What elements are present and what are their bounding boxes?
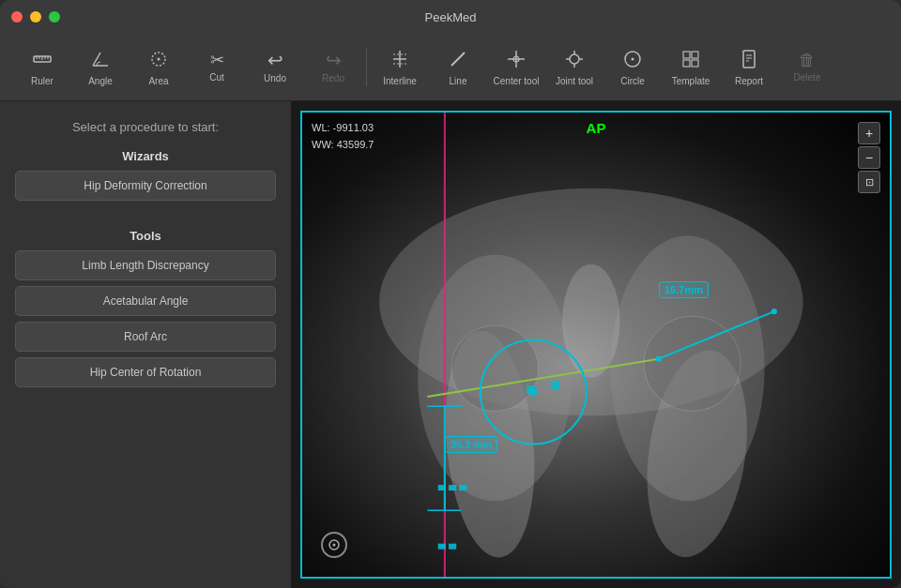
xray-overlay-svg	[302, 113, 890, 577]
xray-viewport[interactable]: WL: -9911.03 WW: 43599.7 AP + − ⊡	[300, 111, 892, 579]
svg-point-59	[333, 544, 336, 547]
tool-area[interactable]: Area	[131, 39, 186, 96]
svg-point-45	[656, 356, 662, 362]
tool-ruler[interactable]: Ruler	[15, 39, 69, 96]
rotation-icon[interactable]	[321, 532, 347, 558]
circle-icon	[622, 49, 643, 72]
ap-label: AP	[587, 120, 606, 136]
redo-label: Redo	[322, 73, 344, 83]
zoom-fit-button[interactable]: ⊡	[858, 171, 880, 193]
svg-rect-56	[438, 544, 446, 550]
zoom-in-button[interactable]: +	[858, 122, 880, 144]
svg-rect-28	[692, 60, 698, 67]
joint-tool-label: Joint tool	[556, 76, 593, 86]
tool-angle[interactable]: Angle	[73, 39, 128, 96]
tool-report[interactable]: Report	[722, 39, 776, 96]
tool-template[interactable]: Template	[664, 39, 718, 96]
area-label: Area	[148, 76, 168, 86]
tool-center[interactable]: Center tool	[489, 39, 543, 96]
svg-point-9	[158, 57, 160, 60]
app-title: PeekMed	[425, 10, 477, 24]
maximize-button[interactable]	[49, 11, 60, 23]
tool-undo[interactable]: ↩ Undo	[248, 39, 302, 96]
acetabular-angle-button[interactable]: Acetabular Angle	[15, 286, 276, 316]
tool-joint[interactable]: Joint tool	[547, 39, 602, 96]
svg-point-38	[451, 325, 538, 411]
left-panel: Select a procedure to start: Wizards Hip…	[0, 101, 291, 588]
ruler-label: Ruler	[31, 76, 53, 86]
svg-rect-29	[743, 51, 755, 68]
svg-rect-48	[527, 385, 535, 394]
xray-image: 16.7mm 35.3 mm	[302, 113, 890, 577]
wizards-section: Wizards Hip Deformity Correction	[15, 149, 276, 206]
delete-icon: 🗑	[799, 52, 816, 68]
template-label: Template	[672, 76, 710, 86]
joint-tool-icon	[564, 49, 585, 72]
svg-line-14	[451, 53, 465, 66]
procedure-label: Select a procedure to start:	[15, 120, 276, 134]
report-label: Report	[735, 76, 763, 86]
tool-cut[interactable]: ✂ Cut	[190, 39, 244, 96]
tool-circle[interactable]: Circle	[605, 39, 660, 96]
limb-length-button[interactable]: Limb Length Discrepancy	[15, 250, 276, 280]
template-icon	[680, 49, 701, 72]
tools-section: Tools Limb Length Discrepancy Acetabular…	[15, 229, 276, 393]
tool-redo[interactable]: ↪ Redo	[306, 39, 360, 96]
zoom-out-button[interactable]: −	[858, 146, 880, 169]
image-panel: WL: -9911.03 WW: 43599.7 AP + − ⊡	[291, 101, 901, 588]
line-icon	[448, 49, 468, 72]
roof-arc-button[interactable]: Roof Arc	[15, 322, 276, 352]
report-icon	[739, 49, 759, 72]
cut-icon: ✂	[210, 52, 224, 68]
svg-point-40	[562, 264, 620, 378]
tool-delete[interactable]: 🗑 Delete	[780, 39, 834, 96]
ww-value: WW: 43599.7	[312, 137, 374, 154]
hip-deformity-button[interactable]: Hip Deformity Correction	[15, 171, 276, 201]
wl-ww-info: WL: -9911.03 WW: 43599.7	[312, 120, 374, 153]
tool-interline[interactable]: Interline	[373, 39, 427, 96]
undo-label: Undo	[264, 73, 286, 83]
center-tool-icon	[506, 49, 527, 72]
toolbar-separator-1	[366, 49, 367, 86]
ruler-icon	[32, 49, 53, 72]
circle-label: Circle	[620, 76, 645, 86]
wl-value: WL: -9911.03	[312, 120, 374, 137]
title-bar: PeekMed	[0, 0, 901, 34]
interline-label: Interline	[383, 76, 417, 86]
svg-rect-27	[683, 60, 690, 67]
svg-rect-49	[551, 381, 559, 389]
minimize-button[interactable]	[30, 11, 41, 23]
tool-line[interactable]: Line	[431, 39, 485, 96]
undo-icon: ↩	[267, 51, 283, 69]
main-content: Select a procedure to start: Wizards Hip…	[0, 101, 901, 588]
interline-icon	[389, 49, 410, 72]
measurement-label-2: 35.3 mm	[445, 436, 497, 453]
svg-point-44	[771, 309, 777, 314]
svg-point-24	[632, 57, 634, 60]
svg-rect-55	[459, 485, 466, 490]
angle-icon	[90, 49, 111, 72]
zoom-controls: + − ⊡	[858, 122, 880, 193]
hip-center-button[interactable]: Hip Center of Rotation	[15, 357, 276, 387]
toolbar: Ruler Angle Area ✂ Cut ↩ Undo	[0, 34, 901, 101]
traffic-lights	[11, 11, 60, 23]
svg-rect-26	[692, 52, 698, 58]
angle-label: Angle	[88, 76, 113, 86]
svg-rect-53	[438, 485, 446, 490]
svg-rect-54	[449, 485, 456, 490]
tools-title: Tools	[15, 229, 276, 243]
wizards-title: Wizards	[15, 149, 276, 163]
svg-point-18	[570, 54, 579, 64]
measurement-label-1: 16.7mm	[659, 281, 709, 298]
center-tool-label: Center tool	[494, 76, 540, 86]
svg-rect-25	[683, 52, 690, 58]
svg-rect-57	[449, 544, 456, 550]
close-button[interactable]	[11, 11, 23, 23]
redo-icon: ↪	[326, 51, 342, 69]
delete-label: Delete	[794, 72, 821, 83]
area-icon	[148, 49, 169, 72]
line-label: Line	[450, 76, 467, 86]
cut-label: Cut	[209, 72, 224, 83]
